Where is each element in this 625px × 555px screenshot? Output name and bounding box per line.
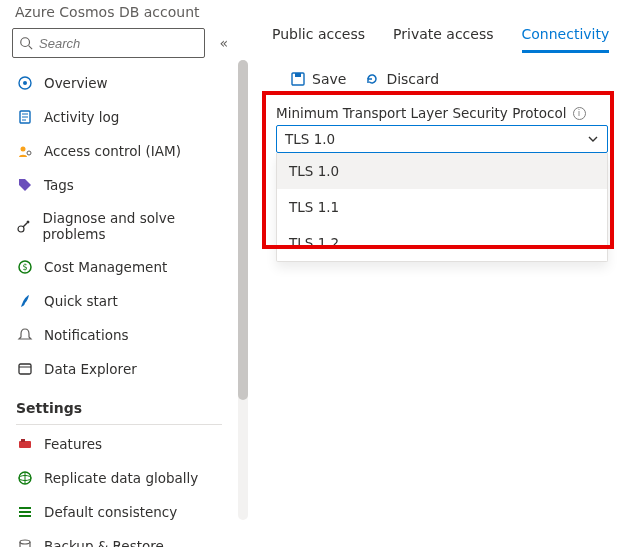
svg-rect-18 (21, 439, 25, 442)
svg-point-3 (23, 81, 27, 85)
sidebar-item-label: Cost Management (44, 259, 167, 275)
collapse-sidebar-button[interactable]: « (215, 31, 232, 55)
tls-dropdown-list: TLS 1.0 TLS 1.1 TLS 1.2 (276, 153, 608, 262)
sidebar-item-activity-log[interactable]: Activity log (0, 100, 238, 134)
sidebar-item-backup[interactable]: Backup & Restore (0, 529, 238, 547)
sidebar-item-label: Data Explorer (44, 361, 137, 377)
activity-log-icon (16, 108, 34, 126)
sidebar-item-label: Overview (44, 75, 108, 91)
sidebar-item-overview[interactable]: Overview (0, 66, 238, 100)
data-explorer-icon (16, 360, 34, 378)
consistency-icon (16, 503, 34, 521)
resource-type-header: Azure Cosmos DB account (0, 4, 240, 26)
sidebar-item-label: Quick start (44, 293, 118, 309)
iam-icon (16, 142, 34, 160)
tls-option-2[interactable]: TLS 1.2 (277, 225, 607, 261)
svg-rect-17 (19, 441, 31, 448)
sidebar-scroll: Overview Activity log Access control (IA… (0, 66, 240, 547)
sidebar-item-access-control[interactable]: Access control (IAM) (0, 134, 238, 168)
info-icon[interactable]: i (573, 107, 586, 120)
notifications-icon (16, 326, 34, 344)
svg-point-9 (27, 151, 31, 155)
toolbar: Save Discard (268, 53, 618, 95)
svg-text:$: $ (22, 263, 27, 272)
sidebar: Azure Cosmos DB account « Overview Activ… (0, 0, 240, 555)
sidebar-item-label: Notifications (44, 327, 129, 343)
sidebar-item-consistency[interactable]: Default consistency (0, 495, 238, 529)
tab-public-access[interactable]: Public access (272, 18, 365, 53)
sidebar-item-cost-management[interactable]: $ Cost Management (0, 250, 238, 284)
tls-panel: Minimum Transport Layer Security Protoco… (268, 95, 618, 262)
sidebar-item-label: Replicate data globally (44, 470, 198, 486)
tabs: Public access Private access Connectivit… (268, 18, 618, 53)
tls-option-1[interactable]: TLS 1.1 (277, 189, 607, 225)
replicate-icon (16, 469, 34, 487)
sidebar-item-label: Access control (IAM) (44, 143, 181, 159)
save-button[interactable]: Save (290, 71, 346, 87)
svg-point-25 (20, 540, 30, 544)
sidebar-item-quick-start[interactable]: Quick start (0, 284, 238, 318)
sidebar-search[interactable] (12, 28, 205, 58)
tls-dropdown[interactable]: TLS 1.0 (276, 125, 608, 153)
sidebar-item-label: Activity log (44, 109, 119, 125)
tls-option-0[interactable]: TLS 1.0 (277, 153, 607, 189)
search-icon (19, 36, 33, 50)
svg-point-8 (21, 147, 26, 152)
discard-button[interactable]: Discard (364, 71, 439, 87)
svg-rect-15 (19, 364, 31, 374)
save-label: Save (312, 71, 346, 87)
sidebar-item-label: Backup & Restore (44, 538, 164, 547)
tls-field-label: Minimum Transport Layer Security Protoco… (276, 105, 567, 121)
sidebar-item-diagnose[interactable]: Diagnose and solve problems (0, 202, 238, 250)
quickstart-icon (16, 292, 34, 310)
chevron-down-icon (587, 133, 599, 145)
tags-icon (16, 176, 34, 194)
search-input[interactable] (39, 36, 198, 51)
overview-icon (16, 74, 34, 92)
sidebar-section-settings: Settings (0, 386, 238, 420)
svg-line-1 (29, 46, 33, 50)
tls-field-label-row: Minimum Transport Layer Security Protoco… (272, 101, 608, 125)
tab-connectivity[interactable]: Connectivity (522, 18, 610, 53)
svg-point-0 (21, 38, 30, 47)
sidebar-item-notifications[interactable]: Notifications (0, 318, 238, 352)
main-content: Public access Private access Connectivit… (240, 0, 625, 555)
sidebar-item-data-explorer[interactable]: Data Explorer (0, 352, 238, 386)
sidebar-divider (16, 424, 222, 425)
sidebar-item-tags[interactable]: Tags (0, 168, 238, 202)
sidebar-item-label: Diagnose and solve problems (43, 210, 226, 242)
resource-type-label: Azure Cosmos DB account (15, 4, 200, 20)
sidebar-item-label: Tags (44, 177, 74, 193)
sidebar-item-features[interactable]: Features (0, 427, 238, 461)
tab-private-access[interactable]: Private access (393, 18, 493, 53)
diagnose-icon (16, 217, 33, 235)
discard-label: Discard (386, 71, 439, 87)
svg-rect-32 (295, 73, 301, 77)
features-icon (16, 435, 34, 453)
sidebar-item-replicate[interactable]: Replicate data globally (0, 461, 238, 495)
backup-icon (16, 537, 34, 547)
tls-selected-value: TLS 1.0 (285, 131, 335, 147)
cost-icon: $ (16, 258, 34, 276)
sidebar-item-label: Features (44, 436, 102, 452)
sidebar-item-label: Default consistency (44, 504, 177, 520)
discard-icon (364, 71, 380, 87)
save-icon (290, 71, 306, 87)
